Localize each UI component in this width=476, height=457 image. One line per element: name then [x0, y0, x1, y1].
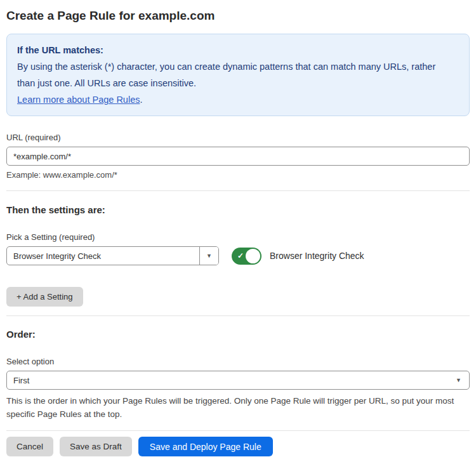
info-link-line: Learn more about Page Rules. — [17, 91, 459, 108]
page-title: Create a Page Rule for example.com — [6, 8, 470, 24]
divider-before-actions — [6, 430, 470, 431]
page-rule-form: Create a Page Rule for example.com If th… — [0, 0, 476, 456]
link-suffix: . — [140, 95, 142, 105]
setting-select[interactable]: Browser Integrity Check ▼ — [6, 246, 219, 265]
chevron-down-icon: ▼ — [456, 378, 461, 383]
info-heading: If the URL matches: — [17, 42, 459, 58]
save-and-deploy-button[interactable]: Save and Deploy Page Rule — [138, 437, 273, 456]
pick-setting-label: Pick a Setting (required) — [6, 232, 470, 242]
setting-toggle-label: Browser Integrity Check — [270, 251, 364, 261]
order-select[interactable]: First ▼ — [6, 371, 470, 390]
add-setting-button[interactable]: + Add a Setting — [6, 287, 83, 307]
settings-section-heading: Then the settings are: — [6, 204, 470, 216]
order-select-label: Select option — [6, 357, 470, 367]
order-section-heading: Order: — [6, 328, 470, 340]
toggle-check-icon: ✓ — [237, 252, 244, 260]
learn-more-link[interactable]: Learn more about Page Rules — [17, 95, 140, 105]
setting-select-value: Browser Integrity Check — [7, 247, 199, 265]
setting-row: Browser Integrity Check ▼ ✓ Browser Inte… — [6, 246, 470, 265]
chevron-down-icon: ▼ — [206, 253, 212, 259]
url-example-text: Example: www.example.com/* — [6, 169, 470, 180]
divider-after-settings — [6, 315, 470, 316]
save-as-draft-button[interactable]: Save as Draft — [60, 437, 132, 456]
url-input[interactable] — [6, 147, 470, 166]
divider-after-url — [6, 190, 470, 191]
url-field-label: URL (required) — [6, 133, 470, 143]
toggle-knob — [246, 249, 260, 263]
url-match-info-box: If the URL matches: By using the asteris… — [6, 34, 470, 116]
order-help-text: This is the order in which your Page Rul… — [6, 394, 470, 421]
order-select-value: First — [13, 376, 456, 385]
setting-toggle[interactable]: ✓ — [232, 248, 261, 265]
setting-select-arrow-button[interactable]: ▼ — [199, 247, 218, 265]
info-body: By using the asterisk (*) character, you… — [17, 58, 455, 91]
cancel-button[interactable]: Cancel — [6, 437, 53, 456]
action-buttons-row: Cancel Save as Draft Save and Deploy Pag… — [6, 437, 470, 456]
